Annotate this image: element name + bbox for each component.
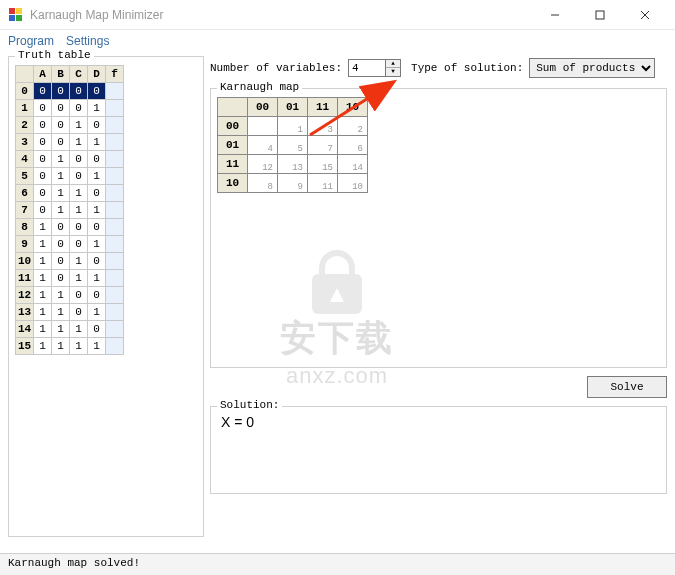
kmap-cell[interactable]: 7 bbox=[308, 136, 338, 155]
truth-table-legend: Truth table bbox=[15, 49, 94, 61]
window-title: Karnaugh Map Minimizer bbox=[30, 8, 532, 22]
kmap-cell[interactable]: 15 bbox=[308, 155, 338, 174]
kmap-cell[interactable]: 14 bbox=[338, 155, 368, 174]
svg-rect-3 bbox=[16, 15, 22, 21]
table-row[interactable]: 111011 bbox=[16, 270, 124, 287]
minimize-button[interactable] bbox=[532, 0, 577, 30]
app-icon bbox=[8, 7, 24, 23]
kmap-cell[interactable]: 11 bbox=[308, 174, 338, 193]
truth-header: B bbox=[52, 66, 70, 83]
soltype-label: Type of solution: bbox=[411, 62, 523, 74]
table-row[interactable]: 50101 bbox=[16, 168, 124, 185]
numvars-input[interactable] bbox=[348, 59, 386, 77]
truth-table[interactable]: ABCDf00000100012001030011401005010160110… bbox=[15, 65, 124, 355]
kmap-cell[interactable]: 5 bbox=[278, 136, 308, 155]
spin-down-icon[interactable]: ▼ bbox=[386, 68, 400, 76]
table-row[interactable]: 131101 bbox=[16, 304, 124, 321]
table-row[interactable]: 151111 bbox=[16, 338, 124, 355]
truth-table-panel: Truth table ABCDf00000100012001030011401… bbox=[8, 56, 204, 537]
kmap-cell[interactable]: 4 bbox=[248, 136, 278, 155]
kmap-table[interactable]: 0001111000132014576111213151410891110 bbox=[217, 97, 368, 193]
kmap-cell[interactable]: 8 bbox=[248, 174, 278, 193]
table-row[interactable]: 60110 bbox=[16, 185, 124, 202]
kmap-cell[interactable]: 13 bbox=[278, 155, 308, 174]
svg-rect-0 bbox=[9, 8, 15, 14]
truth-header: A bbox=[34, 66, 52, 83]
kmap-cell[interactable]: 3 bbox=[308, 117, 338, 136]
table-row[interactable]: 70111 bbox=[16, 202, 124, 219]
truth-header: D bbox=[88, 66, 106, 83]
menubar: Program Settings bbox=[0, 30, 675, 52]
solve-button[interactable]: Solve bbox=[587, 376, 667, 398]
table-row[interactable]: 20010 bbox=[16, 117, 124, 134]
svg-rect-2 bbox=[9, 15, 15, 21]
kmap-cell[interactable]: 1 bbox=[278, 117, 308, 136]
statusbar: Karnaugh map solved! bbox=[0, 553, 675, 575]
svg-rect-5 bbox=[596, 11, 604, 19]
soltype-select[interactable]: Sum of products bbox=[529, 58, 655, 78]
menu-settings[interactable]: Settings bbox=[66, 34, 109, 48]
titlebar: Karnaugh Map Minimizer bbox=[0, 0, 675, 30]
table-row[interactable]: 10001 bbox=[16, 100, 124, 117]
kmap-panel: Karnaugh map 000111100013201457611121315… bbox=[210, 88, 667, 368]
kmap-cell[interactable]: 10 bbox=[338, 174, 368, 193]
kmap-cell[interactable]: 12 bbox=[248, 155, 278, 174]
truth-header bbox=[16, 66, 34, 83]
controls-row: Number of variables: ▲ ▼ Type of solutio… bbox=[210, 56, 667, 82]
solution-text: X = 0 bbox=[217, 411, 660, 433]
kmap-cell[interactable] bbox=[248, 117, 278, 136]
close-button[interactable] bbox=[622, 0, 667, 30]
maximize-button[interactable] bbox=[577, 0, 622, 30]
truth-header: f bbox=[106, 66, 124, 83]
spin-up-icon[interactable]: ▲ bbox=[386, 60, 400, 68]
svg-rect-1 bbox=[16, 8, 22, 14]
solution-legend: Solution: bbox=[217, 399, 282, 411]
table-row[interactable]: 81000 bbox=[16, 219, 124, 236]
kmap-cell[interactable]: 2 bbox=[338, 117, 368, 136]
numvars-spinner[interactable]: ▲ ▼ bbox=[348, 59, 401, 77]
numvars-label: Number of variables: bbox=[210, 62, 342, 74]
kmap-cell[interactable]: 6 bbox=[338, 136, 368, 155]
kmap-cell[interactable]: 9 bbox=[278, 174, 308, 193]
table-row[interactable]: 40100 bbox=[16, 151, 124, 168]
table-row[interactable]: 00000 bbox=[16, 83, 124, 100]
menu-program[interactable]: Program bbox=[8, 34, 54, 48]
table-row[interactable]: 141110 bbox=[16, 321, 124, 338]
kmap-legend: Karnaugh map bbox=[217, 81, 302, 93]
table-row[interactable]: 121100 bbox=[16, 287, 124, 304]
table-row[interactable]: 101010 bbox=[16, 253, 124, 270]
truth-header: C bbox=[70, 66, 88, 83]
table-row[interactable]: 91001 bbox=[16, 236, 124, 253]
solution-panel: Solution: X = 0 bbox=[210, 406, 667, 494]
table-row[interactable]: 30011 bbox=[16, 134, 124, 151]
